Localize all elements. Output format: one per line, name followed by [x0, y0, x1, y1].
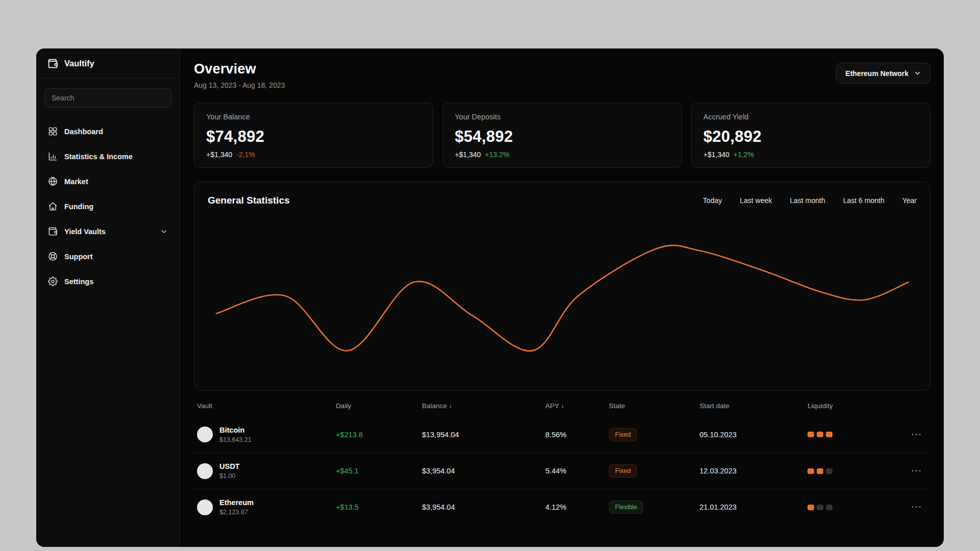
- sidebar-item-label: Support: [64, 253, 93, 261]
- liquidity-dot: [807, 468, 814, 474]
- vault-avatar: [197, 427, 213, 442]
- start-date: 21.01.2023: [699, 503, 807, 511]
- sidebar-nav: DashboardStatistics & IncomeMarketFundin…: [36, 112, 180, 301]
- sidebar-item-label: Dashboard: [64, 128, 103, 136]
- column-header-liquidity: Liquidity: [807, 402, 889, 410]
- column-header-vault: Vault: [197, 402, 336, 410]
- liquidity-dot: [817, 432, 823, 437]
- balance-value: $3,954.04: [422, 467, 546, 475]
- gear-icon: [48, 277, 58, 286]
- table-body: Bitcoin$13,643.21+$213.8$13,954.048.56%F…: [194, 416, 930, 525]
- liquidity-indicator: [807, 468, 889, 474]
- liquidity-dot: [807, 432, 814, 437]
- sidebar-item-settings[interactable]: Settings: [40, 269, 176, 294]
- lifebuoy-icon: [48, 252, 58, 261]
- vault-name: Ethereum: [219, 498, 254, 507]
- column-header-balance[interactable]: Balance ↓: [422, 402, 546, 410]
- apy-value: 8.56%: [546, 431, 609, 439]
- start-date: 05.10.2023: [699, 431, 807, 439]
- vault-avatar: [197, 463, 213, 479]
- vault-row-usdt[interactable]: USDT$1.00+$45.1$3,954.045.44%Fixed12.03.…: [194, 453, 930, 489]
- wallet-logo-icon: [47, 58, 58, 69]
- general-statistics-card: General Statistics TodayLast weekLast mo…: [194, 182, 930, 391]
- daily-change: +$213.8: [336, 431, 422, 439]
- brand-name: Vaultify: [64, 59, 94, 68]
- liquidity-dot: [817, 468, 823, 474]
- vault-name: Bitcoin: [219, 426, 252, 434]
- state-badge: Flexible: [609, 500, 643, 514]
- apy-value: 5.44%: [546, 467, 609, 475]
- sidebar: Vaultify DashboardStatistics & IncomeMar…: [36, 48, 180, 547]
- app-window: Vaultify DashboardStatistics & IncomeMar…: [36, 48, 944, 547]
- column-header-state: State: [609, 402, 699, 410]
- stat-card-change: +$1,340: [455, 151, 481, 159]
- stat-cards: Your Balance$74,892+$1,340-2.1%Your Depo…: [194, 103, 930, 168]
- filter-last-week[interactable]: Last week: [740, 196, 772, 205]
- state-badge: Fixed: [609, 464, 637, 478]
- line-chart-svg: [208, 209, 917, 422]
- stat-card-label: Accrued Yield: [703, 113, 918, 121]
- stat-card-change: +$1,340: [206, 151, 232, 159]
- sidebar-item-label: Settings: [64, 278, 93, 286]
- stat-card-accrued-yield: Accrued Yield$20,892+$1,340+1.2%: [691, 103, 930, 168]
- start-date: 12.03.2023: [699, 467, 807, 475]
- sidebar-item-market[interactable]: Market: [40, 169, 176, 194]
- sidebar-item-yield-vaults[interactable]: Yield Vaults: [40, 219, 176, 244]
- liquidity-dot: [817, 505, 823, 510]
- vault-price: $2,123.87: [219, 509, 254, 516]
- filter-year[interactable]: Year: [902, 196, 917, 205]
- row-menu-button[interactable]: ···: [890, 502, 927, 512]
- balance-value: $3,954.04: [422, 503, 546, 511]
- state-badge: Fixed: [609, 428, 637, 441]
- time-range-filters: TodayLast weekLast monthLast 6 monthYear: [703, 196, 917, 205]
- stat-card-your-balance: Your Balance$74,892+$1,340-2.1%: [194, 103, 433, 168]
- search-input[interactable]: [44, 88, 172, 108]
- liquidity-indicator: [807, 505, 889, 510]
- stat-card-your-deposits: Your Deposits$54,892+$1,340+13.2%: [443, 103, 682, 168]
- filter-last-6-month[interactable]: Last 6 month: [843, 196, 885, 205]
- sidebar-item-label: Funding: [64, 203, 93, 211]
- brand: Vaultify: [36, 48, 180, 79]
- network-selector-label: Ethereum Network: [845, 69, 909, 78]
- balance-value: $13,954.04: [422, 431, 546, 439]
- vault-name: USDT: [219, 462, 239, 470]
- sidebar-item-statistics-income[interactable]: Statistics & Income: [40, 144, 176, 169]
- grid-icon: [48, 127, 58, 136]
- column-header-menu: [890, 402, 927, 410]
- stat-card-label: Your Balance: [206, 113, 421, 121]
- daily-change: +$13.5: [336, 503, 422, 511]
- filter-today[interactable]: Today: [703, 196, 722, 205]
- stat-card-percent: -2.1%: [236, 151, 255, 159]
- liquidity-dot: [826, 432, 832, 437]
- main-content: Overview Aug 13, 2023 - Aug 18, 2023 Eth…: [180, 48, 944, 547]
- vault-price: $1.00: [219, 472, 239, 480]
- chart-icon: [48, 152, 58, 161]
- wallet-icon: [48, 227, 58, 236]
- column-header-start-date: Start date: [699, 402, 807, 410]
- network-selector-button[interactable]: Ethereum Network: [836, 63, 930, 84]
- row-menu-button[interactable]: ···: [890, 430, 927, 440]
- sidebar-item-dashboard[interactable]: Dashboard: [40, 119, 176, 144]
- stat-card-value: $20,892: [703, 128, 918, 146]
- stat-card-value: $54,892: [455, 128, 670, 146]
- search-container: [36, 79, 180, 112]
- globe-icon: [48, 177, 58, 186]
- sidebar-item-funding[interactable]: Funding: [40, 194, 176, 219]
- liquidity-dot: [826, 468, 832, 474]
- vault-row-ethereum[interactable]: Ethereum$2,123.87+$13.5$3,954.044.12%Fle…: [194, 489, 930, 525]
- sidebar-item-label: Statistics & Income: [64, 153, 133, 161]
- stat-card-change: +$1,340: [703, 151, 729, 159]
- liquidity-dot: [826, 505, 832, 510]
- chart-title: General Statistics: [208, 195, 290, 206]
- apy-value: 4.12%: [546, 503, 609, 511]
- stat-card-percent: +1.2%: [733, 151, 754, 159]
- vault-price: $13,643.21: [219, 436, 252, 443]
- stat-card-label: Your Deposits: [455, 113, 670, 121]
- chevron-down-icon: [160, 228, 168, 236]
- filter-last-month[interactable]: Last month: [790, 196, 825, 205]
- sidebar-item-support[interactable]: Support: [40, 244, 176, 269]
- column-header-apy[interactable]: APY ↓: [546, 402, 609, 410]
- row-menu-button[interactable]: ···: [890, 466, 927, 476]
- daily-change: +$45.1: [336, 467, 422, 475]
- topbar: Overview Aug 13, 2023 - Aug 18, 2023 Eth…: [194, 61, 930, 89]
